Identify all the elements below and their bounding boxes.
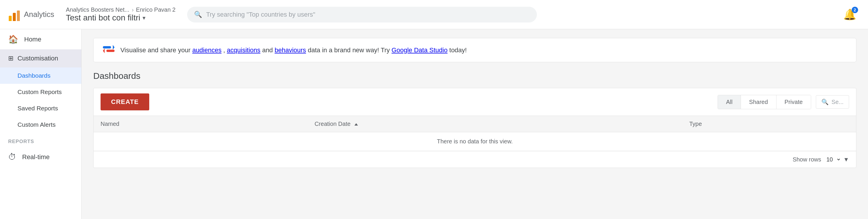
rows-select-dropdown[interactable]: 10 25 50 100 — [825, 156, 841, 163]
sidebar: 🏠 Home ⊞ Customisation Dashboards Custom… — [0, 29, 82, 219]
header-account-breadcrumb[interactable]: Analytics Boosters Net... › Enrico Pavan… — [66, 6, 176, 13]
sidebar-realtime-label: Real-time — [22, 153, 50, 161]
filter-button-group: All Shared Private — [718, 95, 811, 109]
filter-private-button[interactable]: Private — [776, 95, 811, 109]
svg-marker-2 — [113, 45, 115, 50]
banner-text-mid: data in a brand new way! Try — [308, 47, 392, 54]
banner-link-audiences[interactable]: audiences — [192, 47, 221, 54]
sidebar-custom-reports-label: Custom Reports — [18, 88, 62, 95]
filter-all-button[interactable]: All — [718, 95, 741, 109]
analytics-logo-text: Analytics — [24, 10, 54, 19]
header-account: Analytics Boosters Net... › Enrico Pavan… — [66, 6, 176, 23]
sidebar-item-realtime[interactable]: ⏱ Real-time — [0, 147, 81, 167]
svg-rect-0 — [103, 46, 111, 49]
search-placeholder-text: Try searching "Top countries by users" — [206, 11, 315, 19]
banner-text: Visualise and share your audiences , acq… — [120, 47, 467, 54]
header-right: 🔔 2 — [840, 5, 859, 24]
breadcrumb-account: Analytics Boosters Net... — [66, 6, 129, 13]
grid-icon: ⊞ — [8, 55, 13, 62]
sidebar-dashboards-label: Dashboards — [18, 72, 51, 79]
search-box[interactable]: 🔍 Try searching "Top countries by users" — [187, 7, 537, 23]
svg-rect-1 — [106, 50, 115, 52]
table-search-icon: 🔍 — [822, 99, 829, 105]
sidebar-custom-alerts-label: Custom Alerts — [18, 121, 56, 128]
info-banner: Visualise and share your audiences , acq… — [93, 38, 856, 62]
sidebar-item-saved-reports[interactable]: Saved Reports — [0, 100, 81, 116]
property-dropdown-icon: ▾ — [143, 14, 146, 21]
property-name: Test anti bot con filtri — [66, 13, 140, 23]
table-footer: Show rows 10 25 50 100 ▼ — [94, 151, 856, 168]
page-layout: 🏠 Home ⊞ Customisation Dashboards Custom… — [0, 29, 868, 219]
header-search: 🔍 Try searching "Top countries by users" — [187, 7, 537, 23]
rows-per-page-select[interactable]: 10 25 50 100 ▼ — [825, 156, 849, 163]
col-creation-date[interactable]: Creation Date — [308, 116, 682, 132]
header: Analytics Analytics Boosters Net... › En… — [0, 0, 868, 29]
logo-bar-3 — [17, 10, 20, 21]
sidebar-item-home[interactable]: 🏠 Home — [0, 29, 81, 49]
banner-text-post: today! — [450, 47, 467, 54]
banner-text-pre: Visualise and share your — [120, 47, 192, 54]
table-empty-row: There is no data for this view. — [94, 132, 856, 151]
logo-bar-2 — [13, 13, 16, 21]
analytics-logo-icon — [9, 8, 20, 21]
sort-arrow-icon — [354, 123, 358, 126]
table-header-row: Named Creation Date Type — [94, 116, 856, 132]
main-content: Visualise and share your audiences , acq… — [82, 29, 868, 219]
rows-dropdown-arrow-icon: ▼ — [843, 156, 849, 163]
exchange-icon — [103, 45, 115, 55]
sidebar-customisation-label: Customisation — [18, 55, 58, 62]
notification-badge: 2 — [852, 7, 858, 13]
notification-button[interactable]: 🔔 2 — [840, 5, 859, 24]
sidebar-item-custom-reports[interactable]: Custom Reports — [0, 84, 81, 100]
banner-link-acquisitions[interactable]: acquisitions — [227, 47, 260, 54]
clock-icon: ⏱ — [8, 152, 16, 162]
sidebar-home-label: Home — [24, 36, 41, 43]
property-selector[interactable]: Test anti bot con filtri ▾ — [66, 13, 176, 23]
dashboards-table-container: CREATE All Shared Private 🔍 Se... Named — [93, 88, 856, 168]
banner-link-behaviours[interactable]: behaviours — [275, 47, 306, 54]
page-title-row: Dashboards — [93, 71, 856, 81]
filter-shared-button[interactable]: Shared — [741, 95, 776, 109]
dashboards-table: Named Creation Date Type There is no dat… — [94, 116, 856, 151]
logo-bar-1 — [9, 16, 12, 21]
breadcrumb-sub: Enrico Pavan 2 — [136, 6, 176, 13]
col-named: Named — [94, 116, 308, 132]
sidebar-item-dashboards[interactable]: Dashboards — [0, 67, 81, 84]
show-rows-label: Show rows — [793, 156, 821, 163]
search-icon: 🔍 — [194, 11, 202, 19]
header-logo: Analytics — [9, 8, 54, 21]
reports-section-label: REPORTS — [0, 133, 81, 147]
sidebar-item-custom-alerts[interactable]: Custom Alerts — [0, 116, 81, 133]
banner-and: and — [262, 47, 275, 54]
col-type: Type — [682, 116, 856, 132]
banner-link-studio[interactable]: Google Data Studio — [392, 47, 447, 54]
banner-comma1: , — [223, 47, 227, 54]
table-toolbar: CREATE All Shared Private 🔍 Se... — [94, 88, 856, 116]
page-title: Dashboards — [93, 71, 856, 81]
home-icon: 🏠 — [8, 34, 18, 44]
sidebar-customisation-group[interactable]: ⊞ Customisation — [0, 49, 81, 67]
svg-marker-3 — [103, 49, 105, 53]
table-search-box[interactable]: 🔍 Se... — [816, 95, 849, 109]
create-button[interactable]: CREATE — [100, 93, 149, 110]
table-search-placeholder: Se... — [832, 99, 843, 105]
table-empty-message: There is no data for this view. — [94, 132, 856, 151]
sidebar-saved-reports-label: Saved Reports — [18, 105, 58, 112]
breadcrumb-arrow-icon: › — [132, 6, 134, 13]
